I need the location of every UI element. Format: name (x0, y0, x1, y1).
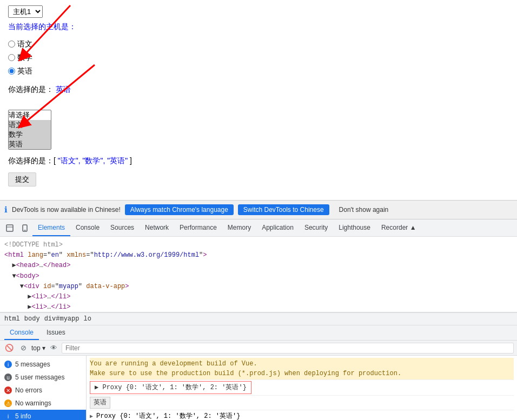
selected-value-display: 你选择的是： 英语 (8, 85, 509, 95)
sidebar-item-errors[interactable]: ✕ No errors (0, 384, 86, 397)
console-tab-issues[interactable]: Issues (41, 325, 71, 340)
devtools-notification: ℹ DevTools is now available in Chinese! … (0, 200, 517, 219)
radio-yingyu-label: 英语 (17, 64, 32, 78)
tab-recorder[interactable]: Recorder ▲ (376, 219, 422, 236)
submit-button[interactable]: 提交 (8, 172, 36, 186)
breadcrumb-body[interactable]: body (24, 315, 40, 323)
console-filter-input[interactable] (62, 343, 514, 354)
yingyu-box: 英语 (90, 397, 110, 409)
log-entry-proxy-2[interactable]: ▶ Proxy {0: '语文', 1: '数学', 2: '英语'} (90, 410, 514, 420)
sidebar-item-info[interactable]: i 5 info (0, 410, 86, 420)
user-circle-icon: u (4, 374, 12, 381)
dont-show-again-btn[interactable]: Don't show again (334, 204, 394, 215)
tab-sources[interactable]: Sources (105, 219, 140, 236)
sidebar-item-warnings[interactable]: ⚠ No warnings (0, 397, 86, 410)
sidebar-item-user-messages[interactable]: u 5 user messages (0, 371, 86, 384)
info-icon: ℹ (4, 205, 8, 215)
console-log-area: You are running a development build of V… (87, 356, 517, 420)
sidebar-info-label: 5 info (15, 412, 31, 420)
console-toolbar: 🚫 ⊘ top ▾ 👁 (0, 341, 517, 356)
dom-line-li1[interactable]: ▶<li>…</li> (4, 292, 513, 302)
clear-console-icon[interactable]: 🚫 (3, 342, 15, 354)
info-blue-circle-icon: i (4, 412, 12, 420)
radio-yuwen: 语文 (8, 37, 509, 51)
tab-application[interactable]: Application (256, 219, 299, 236)
radio-yingyu-input[interactable] (8, 68, 15, 75)
multiselect-option-placeholder: 请选择 (9, 110, 51, 120)
breadcrumb: html body div#myapp lo (0, 312, 517, 325)
svg-rect-2 (6, 225, 13, 231)
tab-lighthouse[interactable]: Lighthouse (333, 219, 376, 236)
dom-panel: <!DOCTYPE html> <html lang="en" xmlns="h… (0, 237, 517, 312)
dom-line-li2[interactable]: ▶<li>…</li> (4, 302, 513, 312)
log-entry-proxy-boxed[interactable]: ▶ Proxy {0: '语文', 1: '数学', 2: '英语'} (90, 380, 514, 396)
log-entry-yingyu: 英语 (90, 396, 514, 410)
top-context[interactable]: top ▾ (31, 344, 45, 352)
eye-icon[interactable]: 👁 (48, 342, 59, 354)
dom-line-html: <html lang="en" xmlns="http://www.w3.org… (4, 250, 513, 261)
current-host-text: 当前选择的主机是： (8, 22, 76, 31)
sidebar-errors-label: No errors (15, 386, 42, 394)
main-page: 主机1 主机2 当前选择的主机是： 语文 数学 英语 你选择的是： 英语 请选择… (0, 0, 517, 200)
inspect-icon[interactable] (2, 221, 17, 236)
selected-value-text: 英语 (56, 85, 71, 94)
console-sidebar: i 5 messages u 5 user messages ✕ No erro… (0, 356, 87, 420)
radio-group: 语文 数学 英语 (8, 37, 509, 78)
log-warn-text: You are running a development build of V… (90, 360, 401, 377)
radio-shuxue: 数学 (8, 51, 509, 64)
multiselect-container: 请选择 语文 数学 英语 (8, 110, 509, 150)
log-entry-vue-warn: You are running a development build of V… (90, 358, 514, 380)
breadcrumb-div-myapp[interactable]: div#myapp (44, 315, 79, 323)
current-host-label: 当前选择的主机是： (8, 22, 509, 32)
radio-yuwen-label: 语文 (17, 37, 32, 51)
console-sub-tabs: Console Issues (0, 325, 517, 341)
tab-security[interactable]: Security (299, 219, 333, 236)
radio-yingyu: 英语 (8, 64, 509, 78)
multiselect-option-shuxue[interactable]: 数学 (9, 130, 51, 139)
breadcrumb-lo[interactable]: lo (83, 315, 91, 323)
radio-shuxue-input[interactable] (8, 54, 15, 61)
proxy-text-2: Proxy {0: '语文', 1: '数学', 2: '英语'} (96, 412, 240, 420)
sidebar-warnings-label: No warnings (15, 399, 51, 407)
tab-performance[interactable]: Performance (174, 219, 222, 236)
console-panel: Console Issues 🚫 ⊘ top ▾ 👁 i 5 messages … (0, 325, 517, 420)
radio-yuwen-input[interactable] (8, 41, 15, 48)
device-icon[interactable] (17, 221, 32, 236)
breadcrumb-html[interactable]: html (4, 315, 20, 323)
sidebar-item-messages[interactable]: i 5 messages (0, 358, 86, 371)
always-match-btn[interactable]: Always match Chrome's language (125, 204, 234, 215)
dom-line-head[interactable]: ▶<head>…</head> (4, 261, 513, 271)
error-circle-icon: ✕ (4, 386, 12, 394)
selected-label: 你选择的是： (8, 85, 54, 94)
sidebar-messages-label: 5 messages (15, 361, 50, 368)
multiselect-option-yingyu[interactable]: 英语 (9, 139, 51, 149)
proxy-box-1[interactable]: ▶ Proxy {0: '语文', 1: '数学', 2: '英语'} (90, 381, 251, 394)
log-triangle-2: ▶ (90, 414, 96, 419)
switch-devtools-btn[interactable]: Switch DevTools to Chinese (238, 204, 329, 215)
tab-elements[interactable]: Elements (32, 219, 70, 236)
tab-memory[interactable]: Memory (222, 219, 256, 236)
host-selector[interactable]: 主机1 主机2 (8, 5, 43, 18)
host-select-row: 主机1 主机2 (8, 5, 509, 18)
dom-line-body[interactable]: ▼<body> (4, 271, 513, 282)
multi-selected-display: 你选择的是：[ "语文", "数学", "英语" ] (8, 156, 509, 166)
radio-shuxue-label: 数学 (17, 51, 32, 64)
dom-line-doctype: <!DOCTYPE html> (4, 240, 513, 250)
info-circle-icon: i (4, 361, 12, 368)
console-tab-console[interactable]: Console (4, 325, 39, 340)
console-content-area: i 5 messages u 5 user messages ✕ No erro… (0, 356, 517, 420)
multi-selected-label: 你选择的是：[ (8, 156, 58, 165)
stop-icon[interactable]: ⊘ (17, 342, 29, 354)
multiselect-input[interactable]: 请选择 语文 数学 英语 (8, 110, 51, 150)
multiselect-option-yuwen[interactable]: 语文 (9, 120, 51, 130)
sidebar-user-messages-label: 5 user messages (15, 374, 64, 381)
devtools-tabs: Elements Console Sources Network Perform… (0, 219, 517, 237)
notification-text: DevTools is now available in Chinese! (12, 206, 121, 214)
tab-network[interactable]: Network (140, 219, 174, 236)
dom-line-div-myapp[interactable]: ▼<div id="myapp" data-v-app> (4, 282, 513, 292)
warn-circle-icon: ⚠ (4, 399, 12, 407)
tab-console[interactable]: Console (70, 219, 105, 236)
multi-selected-values: "语文", "数学", "英语" (58, 156, 128, 165)
multi-selected-suffix: ] (128, 156, 132, 165)
